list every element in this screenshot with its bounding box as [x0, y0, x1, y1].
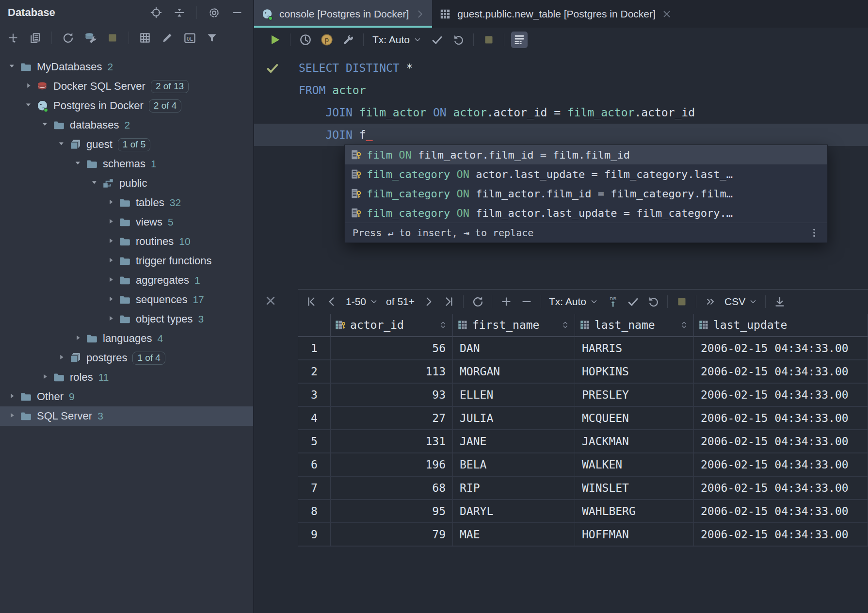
edit-pencil-icon[interactable]: [159, 30, 176, 46]
row-number[interactable]: 8: [298, 500, 331, 523]
cell-last_update[interactable]: 2006-02-15 04:34:33.00: [694, 500, 868, 523]
cell-last_name[interactable]: WAHLBERG: [575, 500, 694, 523]
more-chevrons-icon[interactable]: [702, 293, 719, 310]
tree-item-postgres-in-docker[interactable]: Postgres in Docker2 of 4: [0, 96, 253, 115]
cell-first_name[interactable]: DAN: [453, 337, 575, 360]
column-header-actor_id[interactable]: actor_id: [331, 314, 453, 337]
cell-last_name[interactable]: WALKEN: [575, 453, 694, 477]
row-number[interactable]: 6: [298, 453, 331, 477]
cell-last_name[interactable]: JACKMAN: [575, 430, 694, 453]
chevron-expanded-icon[interactable]: [6, 63, 19, 71]
table-grid-icon[interactable]: [137, 30, 153, 46]
inline-results-toggle-icon[interactable]: [511, 32, 528, 48]
chevron-collapsed-icon[interactable]: [72, 335, 85, 343]
chevron-right-icon[interactable]: [415, 9, 425, 19]
cell-first_name[interactable]: MORGAN: [453, 360, 575, 384]
cell-actor_id[interactable]: 56: [331, 337, 453, 360]
cell-last_name[interactable]: PRESLEY: [575, 384, 694, 407]
cell-actor_id[interactable]: 79: [331, 523, 453, 547]
sort-icon[interactable]: [563, 320, 571, 330]
run-icon[interactable]: [267, 32, 283, 48]
cell-first_name[interactable]: ELLEN: [453, 384, 575, 407]
cell-first_name[interactable]: RIP: [453, 477, 575, 500]
stop-icon[interactable]: [674, 293, 690, 310]
chevron-expanded-icon[interactable]: [39, 121, 52, 129]
column-header-last_update[interactable]: last_update: [694, 314, 868, 337]
rollback-icon[interactable]: [450, 32, 466, 48]
tx-selector[interactable]: Tx: Auto: [370, 34, 424, 46]
rollback-icon[interactable]: [645, 293, 661, 310]
close-icon[interactable]: [661, 9, 672, 19]
row-number[interactable]: 2: [298, 360, 331, 384]
chevron-expanded-icon[interactable]: [22, 102, 36, 110]
postgres-session-icon[interactable]: p: [319, 32, 335, 48]
download-icon[interactable]: [772, 293, 788, 310]
tree-item-tables[interactable]: tables32: [0, 193, 253, 212]
sql-code-line[interactable]: SELECT DISTINCT *: [254, 57, 868, 79]
row-number[interactable]: 3: [298, 384, 331, 407]
chevron-collapsed-icon[interactable]: [39, 373, 52, 382]
chevron-expanded-icon[interactable]: [55, 141, 69, 149]
cell-actor_id[interactable]: 196: [331, 453, 453, 477]
cell-last_name[interactable]: HOPKINS: [575, 360, 694, 384]
next-page-icon[interactable]: [420, 293, 437, 310]
tree-item-languages[interactable]: languages4: [0, 329, 253, 348]
kebab-menu-icon[interactable]: [809, 227, 820, 238]
autocomplete-item[interactable]: film_category ON actor.last_update = fil…: [345, 164, 827, 184]
column-header-first_name[interactable]: first_name: [453, 314, 575, 337]
cell-last_update[interactable]: 2006-02-15 04:34:33.00: [694, 430, 868, 453]
tree-item-views[interactable]: views5: [0, 212, 253, 232]
cell-last_update[interactable]: 2006-02-15 04:34:33.00: [694, 477, 868, 500]
cell-first_name[interactable]: BELA: [453, 453, 575, 477]
column-header-last_name[interactable]: last_name: [575, 314, 694, 337]
chevron-expanded-icon[interactable]: [88, 179, 102, 188]
sql-code-line[interactable]: FROM actor: [254, 79, 868, 101]
duplicate-icon[interactable]: [27, 30, 44, 46]
reload-icon[interactable]: [469, 293, 486, 310]
cell-last_update[interactable]: 2006-02-15 04:34:33.00: [694, 337, 868, 360]
collapse-all-icon[interactable]: [171, 4, 188, 21]
tree-item-mydatabases[interactable]: MyDatabases2: [0, 57, 253, 77]
delete-row-icon[interactable]: [518, 293, 535, 310]
chevron-collapsed-icon[interactable]: [105, 218, 118, 226]
cell-actor_id[interactable]: 93: [331, 384, 453, 407]
cell-first_name[interactable]: JANE: [453, 430, 575, 453]
history-clock-icon[interactable]: [297, 32, 314, 48]
tree-item-trigger-functions[interactable]: trigger functions: [0, 251, 253, 271]
row-number[interactable]: 4: [298, 407, 331, 430]
row-number[interactable]: 9: [298, 523, 331, 547]
row-number[interactable]: 7: [298, 477, 331, 500]
tab-new-table[interactable]: guest.public.new_table [Postgres in Dock…: [432, 0, 679, 28]
tree-item-routines[interactable]: routines10: [0, 232, 253, 251]
sort-icon[interactable]: [440, 320, 449, 330]
autocomplete-item[interactable]: film_category ON film_actor.last_update …: [345, 203, 827, 223]
tree-item-schemas[interactable]: schemas1: [0, 154, 253, 174]
tab-console[interactable]: console [Postgres in Docker]: [254, 0, 432, 28]
cell-first_name[interactable]: DARYL: [453, 500, 575, 523]
submit-db-icon[interactable]: DB: [604, 293, 621, 310]
tree-item-docker-sql-server[interactable]: Docker SQL Server2 of 13: [0, 77, 253, 96]
cell-actor_id[interactable]: 68: [331, 477, 453, 500]
filter-funnel-icon[interactable]: [204, 30, 220, 46]
cell-first_name[interactable]: JULIA: [453, 407, 575, 430]
chevron-collapsed-icon[interactable]: [55, 354, 69, 362]
cell-last_name[interactable]: HOFFMAN: [575, 523, 694, 547]
chevron-collapsed-icon[interactable]: [105, 257, 118, 265]
chevron-collapsed-icon[interactable]: [105, 296, 118, 304]
export-format-selector[interactable]: CSV: [723, 296, 759, 307]
tree-item-object-types[interactable]: object types3: [0, 309, 253, 329]
stop-icon[interactable]: [481, 32, 497, 48]
commit-check-icon[interactable]: [429, 32, 445, 48]
cell-last_update[interactable]: 2006-02-15 04:34:33.00: [694, 523, 868, 547]
row-number[interactable]: 5: [298, 430, 331, 453]
cell-actor_id[interactable]: 131: [331, 430, 453, 453]
autocomplete-item[interactable]: film_category ON film_actor.film_id = fi…: [345, 184, 827, 203]
page-range-selector[interactable]: 1-50: [344, 296, 380, 307]
cell-actor_id[interactable]: 95: [331, 500, 453, 523]
tree-item-sql-server[interactable]: SQL Server3: [0, 406, 253, 426]
cell-last_name[interactable]: MCQUEEN: [575, 407, 694, 430]
chevron-expanded-icon[interactable]: [72, 160, 85, 168]
settings-gear-icon[interactable]: [206, 4, 222, 21]
tree-item-postgres[interactable]: postgres1 of 4: [0, 348, 253, 368]
add-row-icon[interactable]: [498, 293, 514, 310]
